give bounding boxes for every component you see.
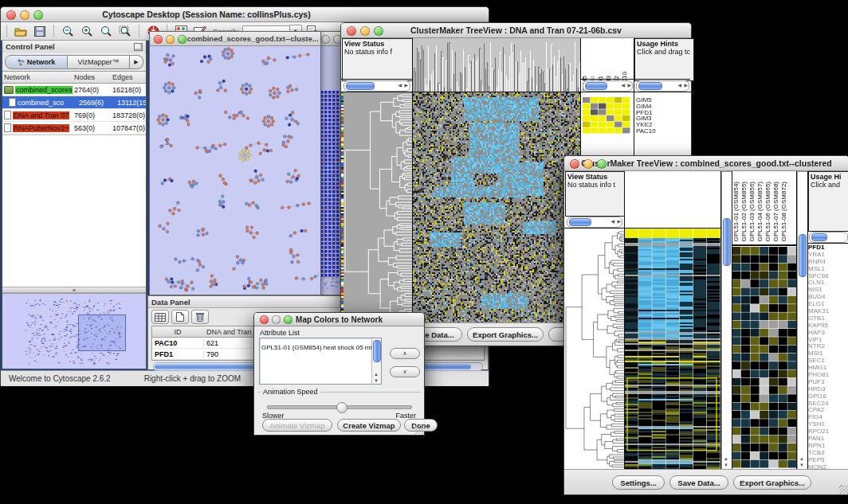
- zoom-selected-icon[interactable]: [98, 24, 114, 38]
- scroll-right-arrow[interactable]: ▶: [627, 82, 631, 89]
- zoom-heatmap-canvas[interactable]: [583, 97, 630, 134]
- main-titlebar[interactable]: Cytoscape Desktop (Session Name: collins…: [1, 7, 489, 22]
- create-vizmap-label: Create Vizmap: [343, 421, 395, 430]
- minimize-button[interactable]: [583, 159, 593, 169]
- screen: Cytoscape Desktop (Session Name: collins…: [0, 0, 848, 504]
- minimize-button[interactable]: [166, 35, 175, 44]
- row-dendrogram-canvas[interactable]: [341, 92, 413, 324]
- scroll-right-arrow[interactable]: ▶: [617, 218, 621, 225]
- scroll-right-arrow[interactable]: ▶: [404, 82, 408, 89]
- scroll-up-arrow[interactable]: ▲: [724, 456, 728, 461]
- scroll-down-arrow[interactable]: ▼: [374, 378, 379, 383]
- zoom-button[interactable]: [178, 35, 186, 44]
- settings-button[interactable]: Settings...: [612, 475, 665, 490]
- export-graphics-button[interactable]: Export Graphics...: [467, 327, 544, 342]
- close-button[interactable]: [321, 35, 330, 44]
- scroll-left-arrow[interactable]: ◀: [398, 82, 402, 89]
- scroll-left-arrow[interactable]: ◀: [610, 218, 614, 225]
- panel-splitter[interactable]: [2, 287, 146, 293]
- save-data-button[interactable]: Save Data...: [669, 475, 728, 490]
- scroll-left-arrow[interactable]: ◀: [621, 82, 625, 89]
- tab-network[interactable]: Network: [5, 55, 68, 69]
- table-row-selected[interactable]: combined_sco 2569(6) 13112(15): [2, 96, 146, 109]
- col-network[interactable]: Network: [2, 73, 73, 81]
- zoom-button[interactable]: [284, 315, 292, 324]
- scrollbar-thumb[interactable]: [346, 82, 375, 90]
- export-graphics-button[interactable]: Export Graphics...: [733, 475, 811, 490]
- zoom-fit-icon[interactable]: [117, 24, 133, 38]
- scrollbar-thumb[interactable]: [811, 233, 827, 241]
- scrollbar-thumb[interactable]: [723, 218, 731, 266]
- minimize-button[interactable]: [360, 26, 370, 36]
- close-button[interactable]: [154, 35, 163, 44]
- zoomview-vscrollbar[interactable]: ▲ ▼: [797, 171, 808, 470]
- network-name: RNAPuberNov2+: [13, 124, 69, 132]
- minimize-button[interactable]: [20, 10, 29, 20]
- global-heatmap-canvas[interactable]: [413, 92, 580, 324]
- scroll-up-arrow[interactable]: ▲: [799, 456, 804, 461]
- col-edges[interactable]: Edges: [111, 73, 146, 81]
- birdseye-view[interactable]: [2, 293, 146, 369]
- close-button[interactable]: [347, 26, 356, 36]
- animation-speed-slider[interactable]: [267, 405, 412, 409]
- col-nodes[interactable]: Nodes: [73, 73, 111, 81]
- new-attribute-button[interactable]: [171, 310, 189, 324]
- network-view-canvas[interactable]: [150, 46, 319, 294]
- list-vscrollbar[interactable]: ▲ ▼: [371, 338, 381, 384]
- table-row[interactable]: combined_scores_ 2764(0) 16218(0): [2, 84, 146, 96]
- dendrogram-hscrollbar[interactable]: ◀ ▶: [567, 217, 622, 228]
- zoomview-hscrollbar[interactable]: ◀ ▶: [583, 80, 633, 92]
- column-dendrogram-canvas[interactable]: [413, 38, 580, 92]
- scroll-right-arrow[interactable]: ▶: [684, 82, 688, 89]
- row-dendrogram-canvas[interactable]: [564, 229, 625, 470]
- scroll-down-arrow[interactable]: ▼: [724, 463, 728, 467]
- zoom-out-icon[interactable]: [60, 24, 76, 38]
- scrollbar-thumb[interactable]: [585, 82, 607, 90]
- select-attributes-button[interactable]: [151, 310, 169, 324]
- zoom-heatmap-canvas[interactable]: [732, 247, 797, 468]
- scroll-left-arrow[interactable]: ◀: [677, 82, 681, 89]
- close-button[interactable]: [6, 10, 16, 20]
- zoom-button[interactable]: [597, 159, 607, 169]
- resize-grip[interactable]: [414, 425, 423, 434]
- close-button[interactable]: [260, 315, 269, 324]
- tab-vizmapper[interactable]: VizMapper™: [68, 55, 130, 69]
- minimize-button[interactable]: [272, 315, 281, 324]
- genelist-hscrollbar[interactable]: [809, 232, 848, 243]
- dialog-titlebar[interactable]: Map Colors to Network: [254, 313, 424, 326]
- table-row[interactable]: DNA and Tran 07 769(0) 183728(0): [2, 109, 146, 122]
- table-row[interactable]: RNAPuberNov2+ 563(0) 107847(0): [2, 122, 146, 135]
- heatmap-vscrollbar[interactable]: ▲ ▼: [721, 171, 732, 470]
- attribute-list-item[interactable]: GPL51-01 (GSM854) heat shock 05 min: [260, 344, 375, 351]
- treeview2-titlebar[interactable]: ClusterMaker TreeView : combined_scores_…: [564, 156, 848, 171]
- genelist-hscrollbar[interactable]: ◀ ▶: [636, 80, 689, 92]
- close-button[interactable]: [570, 159, 579, 169]
- create-vizmap-button[interactable]: Create Vizmap: [337, 419, 401, 432]
- zoom-button[interactable]: [374, 26, 383, 36]
- scroll-up-arrow[interactable]: ▲: [374, 372, 379, 377]
- scrollbar-thumb[interactable]: [799, 234, 807, 277]
- nodes-count: 563(0): [73, 124, 111, 132]
- scrollbar-thumb[interactable]: [373, 340, 381, 362]
- scrollbar-thumb[interactable]: [569, 218, 591, 226]
- zoom-in-icon[interactable]: [79, 24, 95, 38]
- float-panel-icon[interactable]: [134, 43, 143, 51]
- dendrogram-hscrollbar[interactable]: ◀ ▶: [344, 80, 410, 92]
- scrollbar-thumb[interactable]: [638, 82, 662, 90]
- global-heatmap-canvas[interactable]: [625, 229, 720, 470]
- zoom-button[interactable]: [33, 10, 43, 20]
- resize-grip[interactable]: [839, 485, 848, 494]
- col-id[interactable]: ID: [152, 328, 204, 336]
- network-window-1-titlebar[interactable]: combined_scores_good.txt--cluste...: [150, 32, 320, 46]
- save-button[interactable]: [32, 24, 48, 38]
- birdseye-canvas[interactable]: [2, 294, 144, 367]
- treeview1-titlebar[interactable]: ClusterMaker TreeView : DNA and Tran 07-…: [341, 23, 691, 38]
- delete-attribute-button[interactable]: [191, 310, 209, 324]
- settings-label: Settings...: [620, 479, 656, 487]
- open-folder-button[interactable]: [13, 24, 29, 38]
- slider-knob[interactable]: [336, 402, 347, 413]
- scroll-down-arrow[interactable]: ▼: [799, 463, 804, 467]
- tab-overflow-button[interactable]: ▶: [130, 55, 143, 69]
- move-up-button[interactable]: ∧: [390, 348, 420, 359]
- move-down-button[interactable]: ∨: [390, 366, 420, 377]
